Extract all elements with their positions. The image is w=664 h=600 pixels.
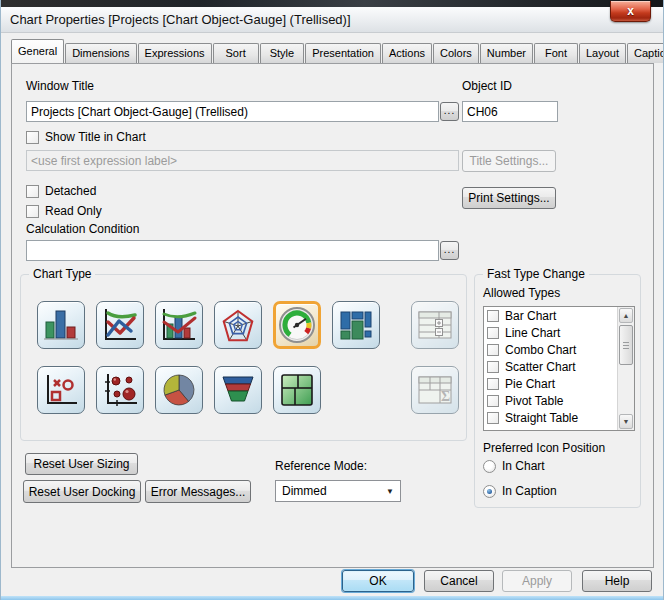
allowed-type-combo-chart[interactable]: Combo Chart [484, 341, 634, 358]
reference-mode-label: Reference Mode: [275, 459, 367, 473]
allowed-type-scatter-chart[interactable]: Scatter Chart [484, 358, 634, 375]
tab-sort[interactable]: Sort [213, 43, 259, 63]
chart-properties-dialog: Chart Properties [Projects [Chart Object… [0, 0, 664, 600]
tab-colors[interactable]: Colors [433, 43, 479, 63]
in-caption-label: In Caption [502, 484, 557, 498]
chart-type-bar-chart[interactable] [37, 301, 85, 349]
pie-chart-icon [159, 370, 199, 410]
checkbox-icon [487, 344, 499, 356]
svg-text:Σ: Σ [441, 389, 450, 404]
mekko-chart-icon [336, 305, 376, 345]
checkbox-icon [487, 327, 499, 339]
chart-type-gauge-chart[interactable] [273, 301, 321, 349]
tab-layout[interactable]: Layout [579, 43, 626, 63]
scroll-up-icon[interactable]: ▲ [619, 308, 633, 323]
checkbox-icon [487, 361, 499, 373]
chart-type-grid-chart[interactable] [96, 366, 144, 414]
chart-type-scatter-chart[interactable] [37, 366, 85, 414]
calculation-condition-input[interactable] [26, 240, 439, 261]
object-id-input[interactable] [462, 101, 558, 122]
tab-dimensions[interactable]: Dimensions [65, 43, 136, 63]
detached-label: Detached [45, 184, 96, 198]
checkbox-icon [487, 412, 499, 424]
tab-actions[interactable]: Actions [382, 43, 432, 63]
allowed-type-label: Pie Chart [505, 377, 555, 391]
tab-strip: General Dimensions Expressions Sort Styl… [11, 40, 664, 63]
reset-user-sizing-button[interactable]: Reset User Sizing [25, 453, 138, 475]
scroll-down-icon[interactable]: ▼ [619, 414, 633, 429]
radio-in-chart[interactable]: In Chart [483, 459, 545, 473]
bar-chart-icon [41, 305, 81, 345]
allowed-type-label: Combo Chart [505, 343, 576, 357]
chart-type-combo-chart[interactable] [155, 301, 203, 349]
allowed-types-label: Allowed Types [483, 286, 560, 300]
help-button[interactable]: Help [582, 570, 652, 592]
tab-number[interactable]: Number [480, 43, 533, 63]
chart-type-group-label: Chart Type [29, 267, 95, 281]
general-tab-panel: Window Title ... Object ID Show Title in… [11, 63, 654, 568]
allowed-type-label: Pivot Table [505, 394, 563, 408]
window-title-text: Chart Properties [Projects [Chart Object… [10, 12, 351, 27]
allowed-type-label: Bar Chart [505, 309, 556, 323]
close-button[interactable]: x [610, 1, 651, 22]
chart-type-block-chart[interactable] [273, 366, 321, 414]
reference-mode-dropdown[interactable]: Dimmed ▼ [275, 480, 401, 502]
allowed-type-pivot-table[interactable]: Pivot Table [484, 392, 634, 409]
allowed-type-label: Scatter Chart [505, 360, 576, 374]
close-icon: x [627, 5, 634, 17]
show-title-in-chart-checkbox[interactable]: Show Title in Chart [26, 130, 146, 144]
line-chart-icon [100, 305, 140, 345]
chart-type-line-chart[interactable] [96, 301, 144, 349]
title-expression-input [26, 150, 459, 171]
title-settings-button: Title Settings... [462, 150, 556, 172]
cancel-button[interactable]: Cancel [424, 570, 494, 592]
reset-user-docking-button[interactable]: Reset User Docking [23, 480, 141, 503]
listbox-scrollbar[interactable]: ▲ ▼ [617, 307, 634, 430]
checkbox-icon [26, 205, 39, 218]
tab-general[interactable]: General [11, 39, 64, 63]
ok-button[interactable]: OK [342, 570, 414, 592]
tab-expressions[interactable]: Expressions [138, 43, 212, 63]
tab-font[interactable]: Font [534, 43, 578, 63]
chart-type-funnel-chart[interactable] [214, 366, 262, 414]
chart-type-pie-chart[interactable] [155, 366, 203, 414]
calculation-condition-browse-button[interactable]: ... [440, 241, 459, 260]
window-title-browse-button[interactable]: ... [440, 102, 459, 121]
calculation-condition-label: Calculation Condition [26, 222, 139, 236]
checkbox-icon [26, 185, 39, 198]
object-id-label: Object ID [462, 79, 512, 93]
detached-checkbox[interactable]: Detached [26, 184, 96, 198]
print-settings-button[interactable]: Print Settings... [462, 187, 556, 209]
chart-type-mekko-chart[interactable] [332, 301, 380, 349]
read-only-label: Read Only [45, 204, 102, 218]
radio-in-caption[interactable]: In Caption [483, 484, 557, 498]
chart-type-straight-table[interactable]: Σ [411, 366, 459, 414]
chart-type-pivot-table[interactable] [411, 301, 459, 349]
radio-selected-icon [483, 485, 496, 498]
allowed-type-pie-chart[interactable]: Pie Chart [484, 375, 634, 392]
radar-chart-icon [218, 305, 258, 345]
tab-caption[interactable]: Caption [627, 43, 664, 63]
window-title-input[interactable] [26, 101, 439, 122]
tab-presentation[interactable]: Presentation [305, 43, 381, 63]
scrollbar-thumb[interactable] [619, 325, 633, 365]
allowed-type-bar-chart[interactable]: Bar Chart [484, 307, 634, 324]
chart-type-radar-chart[interactable] [214, 301, 262, 349]
block-chart-icon [277, 370, 317, 410]
scatter-chart-icon [41, 370, 81, 410]
chevron-down-icon: ▼ [386, 487, 394, 496]
straight-table-icon: Σ [415, 370, 455, 410]
error-messages-button[interactable]: Error Messages... [145, 480, 251, 503]
titlebar[interactable]: Chart Properties [Projects [Chart Object… [1, 7, 663, 33]
allowed-type-straight-table[interactable]: Straight Table [484, 409, 634, 426]
fast-type-change-group: Fast Type Change Allowed Types Bar Chart… [474, 274, 641, 508]
grid-chart-icon [100, 370, 140, 410]
radio-icon [483, 460, 496, 473]
reference-mode-value: Dimmed [282, 484, 327, 498]
read-only-checkbox[interactable]: Read Only [26, 204, 102, 218]
checkbox-icon [487, 395, 499, 407]
allowed-type-line-chart[interactable]: Line Chart [484, 324, 634, 341]
allowed-types-listbox: Bar Chart Line Chart Combo Chart Scatter… [483, 306, 635, 431]
tab-style[interactable]: Style [260, 43, 304, 63]
pivot-table-icon [415, 305, 455, 345]
